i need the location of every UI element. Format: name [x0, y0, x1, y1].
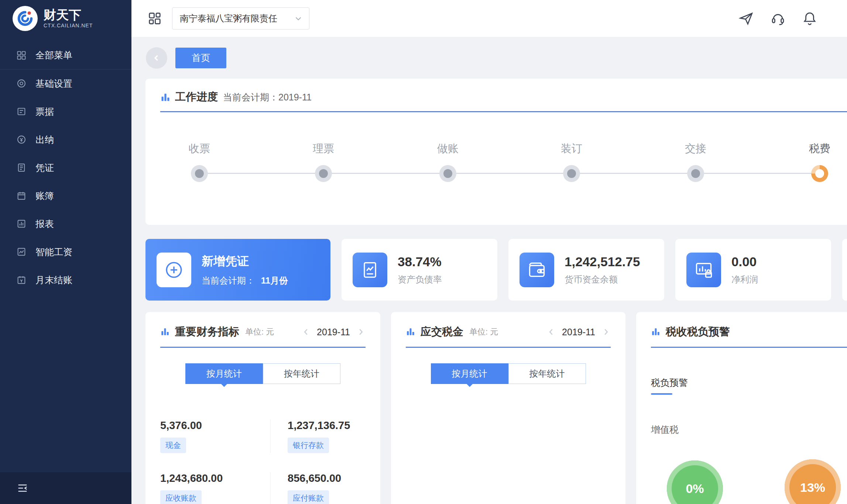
company-name: 南宁泰福八宝粥有限责任	[180, 13, 277, 24]
next-period-button[interactable]	[356, 327, 366, 337]
sidebar-item-label: 基础设置	[35, 78, 72, 90]
indicators-title: 重要财务指标	[175, 325, 239, 339]
sidebar-item-label: 月末结账	[35, 274, 72, 286]
sidebar-item-label: 报表	[35, 218, 54, 230]
stat-text: 1,242,512.75 货币资金余额	[565, 254, 640, 285]
brand: 财天下 CTX.CAILIAN.NET	[0, 0, 131, 37]
step-dot	[687, 165, 704, 182]
prev-period-button[interactable]	[301, 327, 311, 337]
indicator-badge: 应收账款	[160, 490, 202, 504]
tab-strip: 首页	[131, 37, 847, 79]
tab-home[interactable]: 首页	[175, 48, 226, 68]
indicator-value: 5,376.00	[160, 419, 270, 432]
chart-lock-icon	[686, 253, 721, 287]
sidebar-item-ledger[interactable]: 账簿	[0, 182, 131, 210]
sidebar-item-reports[interactable]: 报表	[0, 210, 131, 238]
tabs-scroll-left-button[interactable]	[146, 47, 167, 69]
step-label: 收票	[189, 142, 210, 155]
indicator-value: 1,243,680.00	[160, 472, 270, 484]
tab-tax-burden-warning[interactable]: 税负预警	[651, 377, 688, 389]
sidebar-item-bills[interactable]: 票据	[0, 97, 131, 126]
menu-grid-icon	[16, 50, 27, 61]
new-voucher-text: 新增凭证 当前会计期： 11月份	[202, 253, 288, 287]
indicators-values: 5,376.00 现金 1,237,136.75 银行存款 1,243,680.…	[160, 419, 380, 504]
vat-gauge-threshold: 13%	[785, 459, 841, 504]
sidebar-item-smart-salary[interactable]: 智能工资	[0, 238, 131, 266]
bell-icon[interactable]	[802, 11, 817, 26]
indicators-unit: 单位: 元	[245, 326, 274, 337]
period-nav: 2019-11	[546, 327, 611, 337]
collapse-sidebar-icon[interactable]	[16, 482, 29, 494]
new-voucher-card[interactable]: 新增凭证 当前会计期： 11月份	[145, 239, 330, 301]
subtab-underline	[651, 393, 672, 395]
work-progress-card: 工作进度 当前会计期：2019-11 收票 理票	[145, 79, 847, 225]
new-voucher-period-label: 当前会计期：	[202, 275, 255, 285]
sidebar-item-label: 票据	[35, 106, 54, 118]
tab-yearly-stats[interactable]: 按年统计	[508, 363, 586, 384]
tab-monthly-stats[interactable]: 按月统计	[185, 363, 263, 384]
period-value: 2019-11	[317, 327, 350, 337]
vat-section-label: 增值税	[651, 424, 847, 436]
indicator-payables: 856,650.00 应付账款	[270, 472, 380, 504]
indicator-value: 1,237,136.75	[288, 419, 380, 432]
step-taxes: 税费	[809, 142, 830, 182]
ledger-icon	[16, 191, 27, 201]
indicator-value: 856,650.00	[288, 472, 380, 484]
stat-value: 38.74%	[398, 254, 442, 269]
sidebar-item-basic-settings[interactable]: 基础设置	[0, 69, 131, 97]
apps-grid-icon[interactable]	[148, 11, 162, 25]
step-dot	[563, 165, 580, 182]
step-label: 税费	[809, 142, 830, 155]
step-dot	[315, 165, 332, 182]
indicator-badge: 银行存款	[288, 438, 329, 453]
app-root: 财天下 CTX.CAILIAN.NET 全部菜单	[0, 0, 847, 504]
sidebar-item-voucher[interactable]: 凭证	[0, 154, 131, 182]
sidebar-item-month-end-closing[interactable]: 月末结账	[0, 266, 131, 294]
sidebar-item-all-menu[interactable]: 全部菜单	[0, 41, 131, 69]
indicator-badge: 现金	[160, 438, 186, 453]
tab-yearly-stats[interactable]: 按年统计	[263, 363, 340, 384]
bar-chart-icon	[406, 327, 416, 337]
sidebar: 财天下 CTX.CAILIAN.NET 全部菜单	[0, 0, 131, 504]
sidebar-footer	[0, 472, 131, 504]
wallet-icon	[519, 253, 554, 287]
stat-card-debt-ratio: 38.74% 资产负债率	[342, 239, 497, 301]
new-voucher-period-value: 11月份	[261, 275, 288, 285]
stepper-line	[199, 173, 820, 174]
sidebar-item-label: 智能工资	[35, 246, 72, 258]
stat-card-net-profit: 0.00 净利润	[675, 239, 831, 301]
indicator-bank-deposit: 1,237,136.75 银行存款	[270, 419, 380, 453]
document-chart-icon	[353, 253, 387, 287]
vat-gauge-current: 0%	[667, 460, 723, 504]
brand-text: 财天下 CTX.CAILIAN.NET	[44, 8, 93, 29]
sidebar-item-cashier[interactable]: 出纳	[0, 126, 131, 154]
sidebar-item-label: 全部菜单	[35, 49, 72, 61]
indicators-period-tabs: 按月统计 按年统计	[185, 363, 340, 384]
stat-text: 0.00 净利润	[731, 254, 758, 285]
prev-period-button[interactable]	[546, 327, 556, 337]
stat-value: 0.00	[731, 254, 758, 269]
workflow-stepper: 收票 理票 做账 装订	[145, 79, 847, 225]
stat-card-cash-balance: 1,242,512.75 货币资金余额	[508, 239, 664, 301]
step-label: 做账	[437, 142, 459, 155]
topbar-actions	[738, 11, 817, 26]
warning-header: 税收税负预警	[636, 312, 847, 339]
headset-icon[interactable]	[770, 11, 786, 26]
sidebar-item-label: 出纳	[35, 134, 54, 146]
send-icon[interactable]	[738, 11, 754, 26]
cashier-icon	[16, 134, 27, 145]
brand-name: 财天下	[44, 8, 93, 22]
salary-icon	[16, 247, 27, 257]
step-receive-bills: 收票	[189, 142, 210, 182]
tab-monthly-stats[interactable]: 按月统计	[431, 363, 508, 384]
bottom-panels-row: 重要财务指标 单位: 元 2019-11	[145, 312, 847, 504]
sidebar-item-label: 账簿	[35, 190, 54, 202]
step-sort-bills: 理票	[313, 142, 334, 182]
settings-icon	[16, 78, 27, 89]
next-period-button[interactable]	[601, 327, 611, 337]
stat-label: 资产负债率	[398, 274, 442, 285]
company-select[interactable]: 南宁泰福八宝粥有限责任	[172, 7, 309, 30]
step-label: 交接	[685, 142, 706, 155]
new-voucher-period: 当前会计期： 11月份	[202, 275, 288, 287]
taxes-title: 应交税金	[421, 325, 463, 339]
